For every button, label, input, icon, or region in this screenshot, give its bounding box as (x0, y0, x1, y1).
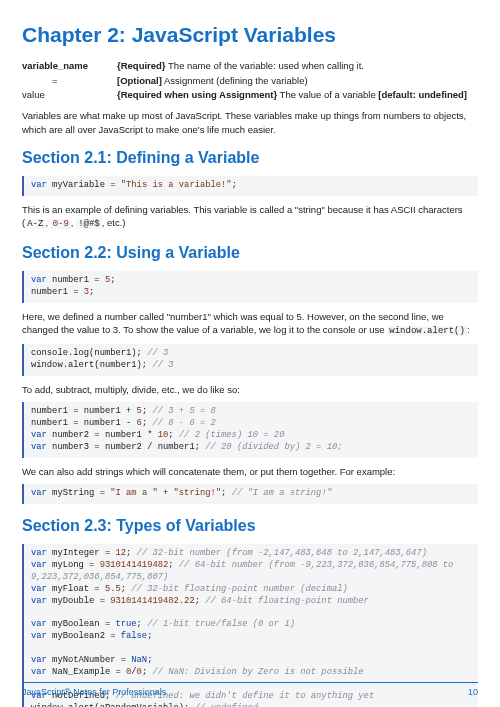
code-block: var myVariable = "This is a variable!"; (22, 176, 478, 196)
param-row: variable_name {Required} The name of the… (22, 59, 478, 72)
param-name: variable_name (22, 59, 117, 72)
body-paragraph: This is an example of defining variables… (22, 203, 478, 231)
footer-left: JavaScript® Notes for Professionals (22, 686, 166, 699)
section-title: Section 2.1: Defining a Variable (22, 147, 478, 169)
page-footer: JavaScript® Notes for Professionals 10 (22, 682, 478, 699)
code-block: var myString = "I am a " + "string!"; //… (22, 484, 478, 504)
code-block: var number1 = 5; number1 = 3; (22, 271, 478, 303)
chapter-title: Chapter 2: JavaScript Variables (22, 20, 478, 49)
inline-code: !@#$ (76, 219, 102, 229)
param-row: value {Required when using Assignment} T… (22, 88, 478, 101)
body-paragraph: Here, we defined a number called "number… (22, 310, 478, 338)
footer-page-number: 10 (468, 686, 478, 699)
section-title: Section 2.3: Types of Variables (22, 515, 478, 537)
param-desc: [Optional] Assignment (defining the vari… (117, 74, 478, 87)
inline-code: window.alert() (387, 326, 467, 336)
body-paragraph: We can also add strings which will conca… (22, 465, 478, 478)
section-title: Section 2.2: Using a Variable (22, 242, 478, 264)
param-row: = [Optional] Assignment (defining the va… (22, 74, 478, 87)
body-paragraph: To add, subtract, multiply, divide, etc.… (22, 383, 478, 396)
code-block: console.log(number1); // 3 window.alert(… (22, 344, 478, 376)
param-table: variable_name {Required} The name of the… (22, 59, 478, 101)
inline-code: 0-9 (51, 219, 71, 229)
intro-paragraph: Variables are what make up most of JavaS… (22, 109, 478, 136)
param-desc: {Required} The name of the variable: use… (117, 59, 478, 72)
inline-code: A-Z (25, 219, 45, 229)
param-desc: {Required when using Assignment} The val… (117, 88, 478, 101)
param-name: = (22, 74, 117, 87)
param-name: value (22, 88, 117, 101)
code-block: number1 = number1 + 5; // 3 + 5 = 8 numb… (22, 402, 478, 458)
